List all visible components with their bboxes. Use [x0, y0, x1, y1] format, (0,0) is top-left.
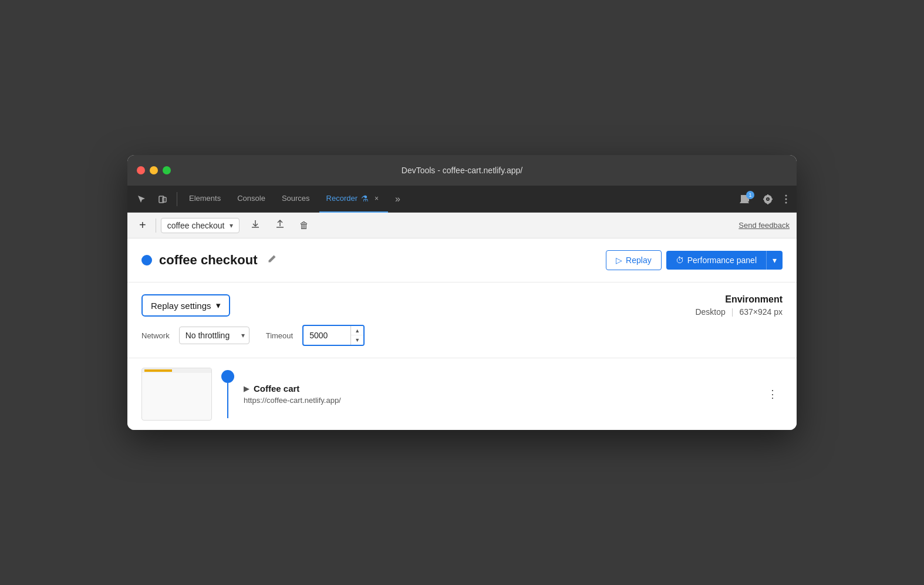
- devtools-toolbar: Elements Console Sources Recorder ⚗ × » …: [127, 186, 797, 213]
- replay-settings-button[interactable]: Replay settings ▾: [141, 294, 230, 317]
- performance-panel-dropdown-button[interactable]: ▾: [766, 251, 783, 270]
- network-select-wrapper: No throttling ▾: [179, 327, 249, 344]
- thumbnail-bar: [144, 369, 172, 372]
- timeout-input[interactable]: [303, 327, 350, 344]
- replay-button[interactable]: ▷ Replay: [606, 250, 662, 270]
- step-menu-button[interactable]: ⋮: [763, 383, 783, 405]
- badge-count: 1: [746, 191, 754, 199]
- timeout-input-wrapper: ▲ ▼: [302, 325, 365, 346]
- env-separator: |: [731, 307, 734, 317]
- settings-row: Network No throttling ▾ Timeout ▲: [141, 325, 365, 346]
- replay-settings-section: Replay settings ▾ Network No throttling …: [127, 283, 797, 358]
- svg-point-3: [785, 198, 787, 200]
- recording-name: coffee checkout: [167, 221, 225, 230]
- tab-elements[interactable]: Elements: [182, 186, 228, 213]
- recording-status-dot: [141, 255, 152, 265]
- recorder-toolbar: + coffee checkout ▾ 🗑 Send feedback: [127, 213, 797, 238]
- step-title: ▶ Coffee cart: [244, 384, 753, 394]
- recording-title: coffee checkout: [159, 253, 258, 268]
- environment-size: 637×924 px: [739, 307, 783, 317]
- environment-details: Desktop | 637×924 px: [695, 307, 783, 317]
- window-title: DevTools - coffee-cart.netlify.app/: [402, 166, 522, 175]
- play-icon: ▷: [616, 255, 622, 265]
- settings-left: Replay settings ▾ Network No throttling …: [141, 294, 365, 346]
- step-connector: [221, 370, 234, 418]
- recording-selector[interactable]: coffee checkout ▾: [161, 218, 240, 233]
- flask-icon: ⚗: [361, 194, 369, 203]
- network-label: Network: [141, 331, 170, 340]
- recorder-label: Recorder: [326, 194, 358, 203]
- tab-close-button[interactable]: ×: [372, 193, 381, 204]
- environment-section: Environment Desktop | 637×924 px: [695, 294, 783, 317]
- delete-button[interactable]: 🗑: [294, 217, 315, 234]
- yellow-traffic-light[interactable]: [150, 166, 158, 174]
- tab-sources[interactable]: Sources: [275, 186, 317, 213]
- step-dot: [221, 370, 234, 383]
- green-traffic-light[interactable]: [163, 166, 171, 174]
- step-title-text: Coffee cart: [254, 384, 299, 394]
- export-button[interactable]: [244, 216, 267, 236]
- more-tabs-button[interactable]: »: [390, 190, 405, 208]
- toolbar-separator-1: [177, 192, 177, 206]
- tab-console[interactable]: Console: [230, 186, 272, 213]
- network-select[interactable]: No throttling: [179, 327, 249, 344]
- chat-badge-button[interactable]: 1: [734, 190, 756, 209]
- environment-title: Environment: [725, 294, 783, 305]
- replay-settings-label: Replay settings: [151, 301, 211, 311]
- spinner-up-button[interactable]: ▲: [351, 326, 363, 335]
- tab-recorder[interactable]: Recorder ⚗ ×: [319, 186, 388, 213]
- recording-action-buttons: 🗑: [244, 216, 315, 236]
- step-thumbnail: [141, 368, 212, 421]
- more-options-button[interactable]: [780, 191, 792, 207]
- device-toolbar-button[interactable]: [153, 191, 172, 207]
- add-recording-button[interactable]: +: [134, 216, 151, 234]
- performance-panel-button[interactable]: ⏱ Performance panel: [666, 251, 766, 270]
- traffic-lights: [137, 166, 171, 174]
- timeout-spinners: ▲ ▼: [350, 326, 363, 345]
- svg-rect-1: [163, 197, 166, 202]
- devtools-window: DevTools - coffee-cart.netlify.app/ Elem…: [127, 155, 797, 430]
- import-button[interactable]: [269, 216, 291, 236]
- title-bar: DevTools - coffee-cart.netlify.app/: [127, 155, 797, 186]
- expand-icon[interactable]: ▶: [244, 385, 249, 393]
- performance-panel-label: Performance panel: [687, 255, 757, 265]
- edit-title-button[interactable]: [265, 252, 279, 268]
- toolbar-right: 1: [734, 190, 792, 209]
- recording-item: ▶ Coffee cart https://coffee-cart.netlif…: [141, 368, 783, 421]
- performance-icon: ⏱: [676, 255, 684, 265]
- performance-panel-group: ⏱ Performance panel ▾: [666, 251, 783, 270]
- step-info: ▶ Coffee cart https://coffee-cart.netlif…: [244, 384, 753, 405]
- timeout-label: Timeout: [266, 331, 293, 340]
- replay-label: Replay: [626, 255, 652, 265]
- cursor-icon-button[interactable]: [132, 191, 151, 207]
- spinner-down-button[interactable]: ▼: [351, 335, 363, 345]
- toolbar-separator-2: [156, 218, 156, 233]
- chevron-down-icon: ▾: [230, 221, 233, 230]
- send-feedback-link[interactable]: Send feedback: [738, 221, 790, 230]
- settings-button[interactable]: [758, 190, 778, 208]
- svg-point-4: [785, 201, 787, 203]
- recording-list: ▶ Coffee cart https://coffee-cart.netlif…: [127, 358, 797, 430]
- step-line: [227, 383, 228, 418]
- environment-type: Desktop: [695, 307, 725, 317]
- settings-chevron-icon: ▾: [216, 300, 221, 311]
- step-url: https://coffee-cart.netlify.app/: [244, 396, 753, 405]
- main-content: coffee checkout ▷ Replay ⏱ Performance p…: [127, 238, 797, 430]
- header-actions: ▷ Replay ⏱ Performance panel ▾: [606, 250, 783, 270]
- red-traffic-light[interactable]: [137, 166, 145, 174]
- svg-point-2: [785, 194, 787, 196]
- recording-header: coffee checkout ▷ Replay ⏱ Performance p…: [127, 238, 797, 283]
